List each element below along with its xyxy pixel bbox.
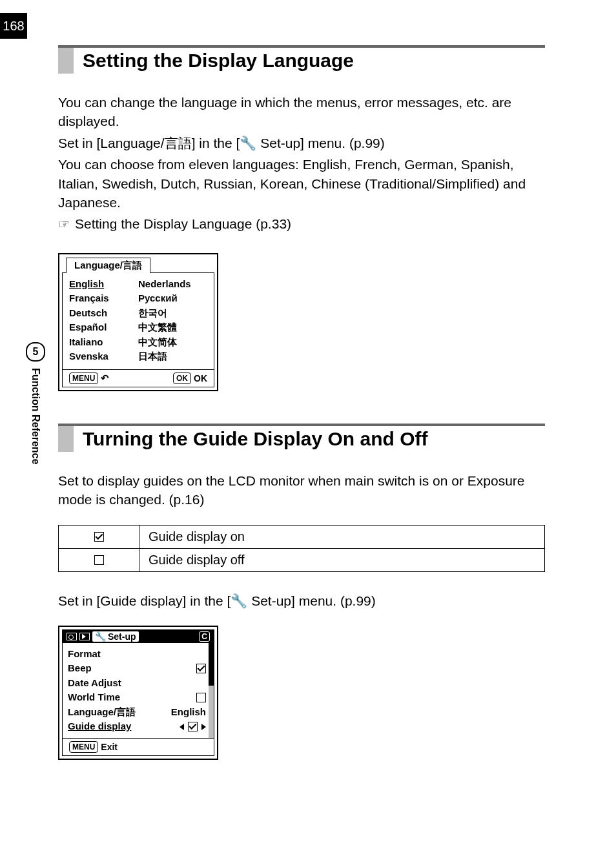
lcd-title: Language/言語 <box>66 258 150 273</box>
lang-option[interactable]: Español <box>69 320 138 335</box>
menu-back-button[interactable]: MENU ↶ <box>69 373 109 384</box>
ok-button-label: OK <box>194 373 207 383</box>
pointer-icon: ☞ <box>58 218 70 230</box>
ok-button-box: OK <box>173 373 191 384</box>
menu-item-world-time[interactable]: World Time <box>68 690 206 705</box>
setup-tab-label: Set-up <box>108 631 136 642</box>
heading-text: Setting the Display Language <box>83 48 354 74</box>
exit-label: Exit <box>101 742 118 752</box>
chapter-label: Function Reference <box>30 368 41 464</box>
paragraph: You can change the language in which the… <box>58 93 545 131</box>
table-row: Guide display off <box>59 548 545 571</box>
scrollbar-thumb[interactable] <box>209 643 214 686</box>
wrench-icon: 🔧 <box>95 631 106 642</box>
menu-exit-button[interactable]: MENU Exit <box>69 741 118 753</box>
menu-item-date-adjust[interactable]: Date Adjust <box>68 676 206 691</box>
lang-option[interactable]: 한국어 <box>138 306 207 321</box>
lang-option[interactable]: 日本語 <box>138 349 207 364</box>
table-row: Guide display on <box>59 525 545 548</box>
menu-button-label: MENU <box>69 373 98 384</box>
table-cell: Guide display on <box>139 525 545 548</box>
menu-item-language[interactable]: Language/言語English <box>68 705 206 720</box>
guide-display-table: Guide display on Guide display off <box>58 525 545 572</box>
checkbox-unchecked-icon <box>59 548 139 571</box>
lang-option[interactable]: Deutsch <box>69 306 138 321</box>
custom-tab-icon[interactable]: C <box>199 631 210 642</box>
menu-item-format[interactable]: Format <box>68 647 206 662</box>
lcd-setup-menu: 🔧 Set-up C Format Beep Date Adjust World… <box>58 626 218 760</box>
ok-button[interactable]: OK OK <box>173 373 207 384</box>
checkbox-unchecked-icon <box>196 693 206 702</box>
heading-bar <box>58 48 74 74</box>
table-cell: Guide display off <box>139 548 545 571</box>
heading-bar <box>58 426 74 452</box>
paragraph: You can choose from eleven languages: En… <box>58 155 545 212</box>
cross-reference: ☞ Setting the Display Language (p.33) <box>58 214 545 233</box>
arrow-left-icon[interactable] <box>180 724 184 730</box>
menu-item-beep[interactable]: Beep <box>68 661 206 676</box>
section-heading-language: Setting the Display Language <box>58 45 545 74</box>
menu-item-guide-display[interactable]: Guide display <box>68 719 206 734</box>
playback-tab-icon[interactable] <box>79 633 90 640</box>
chapter-number: 5 <box>26 342 45 362</box>
setup-tab[interactable]: 🔧 Set-up <box>92 631 139 642</box>
lang-option[interactable]: 中文繁體 <box>138 320 207 335</box>
lang-option[interactable]: 中文简体 <box>138 335 207 350</box>
lang-option[interactable]: Italiano <box>69 335 138 350</box>
paragraph: Set to display guides on the LCD monitor… <box>58 471 545 509</box>
lcd-setup-header: 🔧 Set-up C <box>63 630 214 643</box>
return-icon: ↶ <box>101 373 109 384</box>
checkbox-checked-icon <box>196 664 206 673</box>
lang-option[interactable]: Русский <box>138 291 207 306</box>
section-heading-guide: Turning the Guide Display On and Off <box>58 424 545 452</box>
paragraph: Set in [Language/言語] in the [🔧 Set-up] m… <box>58 134 545 152</box>
menu-button-label: MENU <box>69 741 98 753</box>
cross-reference-text: Setting the Display Language (p.33) <box>75 214 291 233</box>
camera-tab-icon[interactable] <box>67 633 77 640</box>
wrench-icon: 🔧 <box>240 136 256 150</box>
lang-option[interactable]: Français <box>69 291 138 306</box>
paragraph: Set in [Guide display] in the [🔧 Set-up]… <box>58 591 545 610</box>
wrench-icon: 🔧 <box>231 593 247 608</box>
arrow-right-icon[interactable] <box>201 724 206 730</box>
checkbox-checked-icon <box>59 525 139 548</box>
heading-text: Turning the Guide Display On and Off <box>83 426 427 452</box>
chapter-tab: 5 Function Reference <box>26 342 45 464</box>
lang-option-english[interactable]: English <box>69 277 138 292</box>
page-number: 168 <box>0 13 27 39</box>
lang-option[interactable]: Svenska <box>69 349 138 364</box>
checkbox-checked-icon <box>188 722 198 731</box>
lang-option[interactable]: Nederlands <box>138 277 207 292</box>
language-value: English <box>171 705 206 720</box>
scrollbar[interactable] <box>209 643 214 738</box>
lcd-language-menu: Language/言語 English Français Deutsch Esp… <box>58 253 218 391</box>
